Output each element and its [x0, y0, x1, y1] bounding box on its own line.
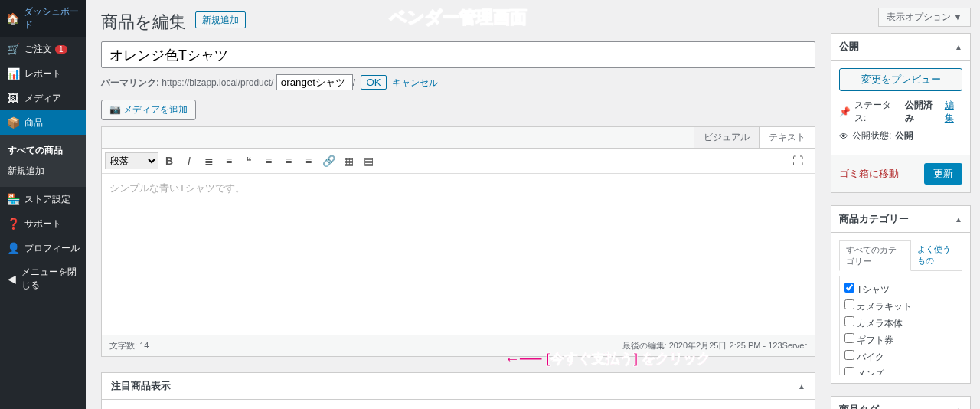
category-item[interactable]: ギフト券 [844, 332, 957, 348]
tab-text[interactable]: テキスト [759, 127, 815, 148]
word-count: 14 [139, 341, 149, 350]
quote-button[interactable]: ❝ [240, 152, 258, 170]
edit-status-link[interactable]: 編集 [945, 99, 962, 125]
category-checkbox[interactable] [844, 283, 854, 293]
collapse-icon[interactable]: ▲ [955, 43, 962, 51]
permalink-slug-input[interactable] [276, 74, 353, 90]
editor: ビジュアル テキスト 段落 B I ≣ ≡ ❝ ≡ ≡ ≡ 🔗 ▦ ▤ ⛶ シン… [101, 126, 815, 357]
sidebar-right: 表示オプション ▼ 公開▲ 変更をプレビュー 📌 ステータス: 公開済み 編集 … [831, 0, 980, 409]
bullet-list-button[interactable]: ≣ [200, 152, 218, 170]
number-list-button[interactable]: ≡ [220, 152, 238, 170]
products-icon: 📦 [6, 116, 20, 129]
category-item[interactable]: カメラ本体 [844, 315, 957, 332]
category-item[interactable]: カメラキット [844, 298, 957, 315]
nav-reports[interactable]: 📊レポート [0, 61, 86, 86]
nav-store-settings[interactable]: 🏪ストア設定 [0, 187, 86, 211]
cat-tab-all[interactable]: すべてのカテゴリー [839, 240, 911, 271]
bold-button[interactable]: B [160, 152, 178, 170]
dashboard-icon: 🏠 [6, 11, 19, 25]
nav-profile[interactable]: 👤プロフィール [0, 236, 86, 260]
cart-icon: 🛒 [6, 42, 20, 56]
featured-panel: 注目商品表示▲ 以下の期間、この商品を注目商品として表示する 10日 表示費用¥… [101, 372, 815, 409]
nav-support[interactable]: ❓サポート [0, 211, 86, 236]
update-button[interactable]: 更新 [924, 163, 962, 185]
editor-body[interactable]: シンプルな青いTシャツです。 [102, 174, 815, 335]
products-submenu: すべての商品 新規追加 [0, 135, 86, 187]
support-icon: ❓ [6, 217, 20, 231]
tab-visual[interactable]: ビジュアル [694, 127, 759, 148]
media-icon: 🖼 [6, 91, 20, 105]
permalink-cancel-link[interactable]: キャンセル [392, 77, 438, 88]
align-center-button[interactable]: ≡ [279, 152, 298, 170]
categories-box: 商品カテゴリー▲ すべてのカテゴリー よく使うもの Tシャツ カメラキット カメ… [831, 205, 971, 384]
category-list[interactable]: Tシャツ カメラキット カメラ本体 ギフト券 バイク メンズ シャツ レディース [839, 276, 962, 375]
product-title-input[interactable] [101, 41, 815, 68]
collapse-icon[interactable]: ▲ [798, 382, 805, 391]
store-icon: 🏪 [6, 192, 20, 206]
page-title: 商品を編集 [101, 11, 186, 34]
permalink-row: パーマリンク: https://bizapp.local/product/ / … [101, 74, 815, 90]
add-media-button[interactable]: 📷 メディアを追加 [101, 100, 196, 120]
more-button[interactable]: ▦ [339, 152, 358, 170]
nav-media[interactable]: 🖼メディア [0, 86, 86, 110]
category-item[interactable]: メンズ [844, 365, 957, 375]
format-select[interactable]: 段落 [105, 152, 158, 169]
category-checkbox[interactable] [844, 299, 854, 309]
add-new-button[interactable]: 新規追加 [195, 11, 246, 28]
category-checkbox[interactable] [844, 316, 854, 326]
cat-tab-used[interactable]: よく使うもの [911, 240, 962, 270]
nav-products[interactable]: 📦商品 [0, 110, 86, 135]
publish-box: 公開▲ 変更をプレビュー 📌 ステータス: 公開済み 編集 👁 公開状態: 公開… [831, 33, 971, 193]
italic-button[interactable]: I [180, 152, 198, 170]
annotation-arrow: ←── [今すぐ支払う] をクリック [505, 349, 710, 368]
collapse-icon[interactable]: ▲ [955, 406, 962, 410]
admin-sidebar: 🏠ダッシュボード 🛒ご注文1 📊レポート 🖼メディア 📦商品 すべての商品 新規… [0, 0, 86, 409]
editor-toolbar: 段落 B I ≣ ≡ ❝ ≡ ≡ ≡ 🔗 ▦ ▤ ⛶ [102, 149, 815, 174]
profile-icon: 👤 [6, 241, 20, 255]
submenu-add-new[interactable]: 新規追加 [0, 161, 86, 182]
category-checkbox[interactable] [844, 333, 854, 343]
align-left-button[interactable]: ≡ [260, 152, 278, 170]
nav-dashboard[interactable]: 🏠ダッシュボード [0, 0, 86, 37]
main-content: ベンダー管理画面 商品を編集 新規追加 パーマリンク: https://biza… [86, 0, 831, 409]
category-item[interactable]: Tシャツ [844, 281, 957, 298]
orders-badge: 1 [55, 45, 67, 54]
category-item[interactable]: バイク [844, 348, 957, 365]
annotation-title: ベンダー管理画面 [390, 6, 527, 29]
nav-orders[interactable]: 🛒ご注文1 [0, 37, 86, 61]
toolbar-toggle-button[interactable]: ▤ [359, 152, 377, 170]
permalink-ok-button[interactable]: OK [361, 75, 386, 90]
category-checkbox[interactable] [844, 350, 854, 360]
submenu-all-products[interactable]: すべての商品 [0, 140, 86, 161]
chart-icon: 📊 [6, 67, 20, 80]
nav-collapse[interactable]: ◀メニューを閉じる [0, 260, 86, 297]
collapse-icon: ◀ [6, 272, 17, 286]
category-checkbox[interactable] [844, 367, 854, 375]
display-options-button[interactable]: 表示オプション ▼ [878, 8, 971, 27]
preview-button[interactable]: 変更をプレビュー [839, 68, 962, 91]
collapse-icon[interactable]: ▲ [955, 215, 962, 224]
tags-box: 商品タグ▲ 追加 タグは半角カンマで区切ってください よく使われているタグから選… [831, 396, 971, 409]
align-right-button[interactable]: ≡ [299, 152, 318, 170]
fullscreen-button[interactable]: ⛶ [789, 152, 807, 170]
link-button[interactable]: 🔗 [319, 152, 338, 170]
trash-link[interactable]: ゴミ箱に移動 [839, 167, 899, 181]
